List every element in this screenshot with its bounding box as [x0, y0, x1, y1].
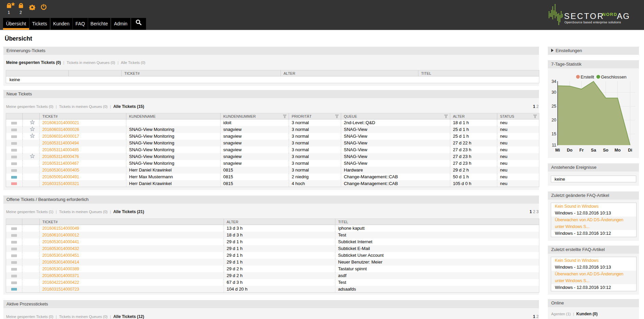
svg-text:11: 11 [552, 143, 556, 147]
svg-text:Fr: Fr [579, 148, 584, 153]
svg-text:15: 15 [552, 132, 556, 136]
svg-text:30: 30 [552, 90, 556, 95]
svg-text:So: So [603, 148, 608, 153]
svg-text:Mi: Mi [555, 148, 560, 153]
svg-text:Do: Do [567, 148, 573, 153]
svg-text:Erstellt: Erstellt [581, 74, 594, 79]
svg-text:34: 34 [552, 79, 556, 84]
svg-text:Mo: Mo [615, 148, 621, 153]
svg-text:Di: Di [628, 148, 632, 153]
svg-text:Geschlossen: Geschlossen [601, 74, 626, 79]
svg-text:20: 20 [552, 118, 556, 122]
svg-text:Sa: Sa [591, 148, 596, 153]
svg-text:25: 25 [552, 104, 556, 109]
